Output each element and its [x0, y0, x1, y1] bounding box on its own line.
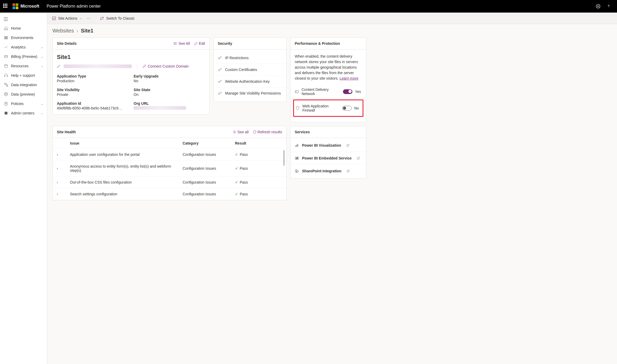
edit-button[interactable]: Edit	[194, 41, 205, 46]
security-item-ip-restrictions[interactable]: IP Restrictions	[214, 52, 286, 64]
resources-icon	[4, 64, 8, 68]
chevron-right-icon[interactable]: ›	[57, 180, 70, 184]
application-id-label: Application Id	[57, 101, 128, 106]
svg-rect-15	[6, 85, 8, 86]
svg-point-31	[219, 69, 220, 71]
see-all-button[interactable]: See All	[174, 41, 190, 46]
refresh-button[interactable]: Refresh results	[253, 130, 282, 134]
site-visibility-label: Site Visibility	[57, 88, 128, 92]
scrollbar[interactable]	[283, 150, 285, 166]
col-category: Category	[183, 141, 235, 145]
early-upgrade-label: Early Upgrade	[134, 74, 205, 78]
chevron-down-icon: ⌄	[41, 112, 43, 115]
chevron-right-icon[interactable]: ›	[57, 192, 70, 196]
svg-rect-41	[298, 144, 298, 147]
sidebar-item-help[interactable]: Help + support	[0, 71, 47, 80]
sidebar-item-admin-centers[interactable]: Admin centers⌄	[0, 108, 47, 118]
cdn-icon	[295, 90, 299, 94]
sidebar-toggle-icon[interactable]	[0, 15, 47, 24]
sidebar-item-policies[interactable]: Policies⌄	[0, 99, 47, 108]
sidebar-item-analytics[interactable]: Analytics⌄	[0, 42, 47, 52]
services-card: Services Power BI Visualization Power BI…	[290, 126, 366, 179]
service-item-sharepoint[interactable]: SharePoint Integration	[291, 165, 366, 177]
sidebar-item-resources[interactable]: Resources⌄	[0, 61, 47, 71]
chevron-down-icon: ⌄	[79, 16, 82, 20]
external-link-icon	[346, 144, 350, 147]
security-card: Security IP Restrictions Custom Certific…	[213, 37, 287, 102]
site-url-redacted	[64, 64, 132, 68]
switch-icon	[100, 16, 104, 20]
service-item-powerbi-embedded[interactable]: Power BI Embedded Service	[291, 152, 366, 165]
learn-more-link[interactable]: Learn more	[340, 76, 358, 80]
cdn-toggle[interactable]	[343, 89, 352, 94]
card-title: Site Details	[57, 41, 77, 46]
chevron-right-icon[interactable]: ›	[57, 166, 70, 170]
sidebar-item-label: Policies	[11, 102, 24, 106]
waf-toggle[interactable]	[342, 106, 352, 111]
service-item-powerbi-viz[interactable]: Power BI Visualization	[291, 139, 366, 152]
breadcrumb-root[interactable]: Websites	[52, 28, 74, 34]
table-row[interactable]: ›Out-of-the-box CSS files configurationC…	[53, 177, 286, 188]
svg-rect-43	[296, 158, 296, 159]
external-link-icon	[357, 157, 360, 160]
app-launcher-icon[interactable]	[3, 4, 8, 9]
breadcrumb-current: Site1	[81, 28, 94, 34]
chevron-right-icon[interactable]: ›	[57, 152, 70, 157]
chevron-down-icon: ⌄	[41, 102, 43, 106]
sidebar-item-label: Data integration	[11, 83, 37, 87]
sidebar-item-label: Environments	[11, 36, 34, 40]
microsoft-logo-icon	[13, 3, 18, 9]
svg-rect-40	[297, 145, 297, 147]
application-id-value: 49ef6f8b-6050-408b-be9c-54ab173c9…	[57, 106, 122, 110]
site-name: Site1	[57, 54, 205, 60]
site-actions-button[interactable]: Site Actions ⌄	[52, 16, 82, 20]
chevron-down-icon: ⌄	[41, 64, 43, 68]
sidebar: Home Environments Analytics⌄ Billing (Pr…	[0, 13, 47, 364]
more-actions-button[interactable]: ⋯	[86, 16, 90, 20]
help-icon[interactable]	[603, 0, 614, 13]
waf-toggle-row: Web Application Firewall No	[296, 101, 361, 115]
sidebar-item-label: Analytics	[11, 45, 26, 49]
security-item-visibility-permissions[interactable]: Manage Site Visibility Permissions	[214, 87, 286, 99]
switch-to-classic-button[interactable]: Switch To Classic	[100, 16, 135, 20]
security-item-auth-key[interactable]: Website Authentication Key	[214, 76, 286, 87]
sidebar-item-environments[interactable]: Environments	[0, 33, 47, 42]
svg-rect-12	[4, 76, 5, 77]
waf-state: No	[354, 106, 361, 110]
sidebar-item-home[interactable]: Home	[0, 24, 47, 33]
chevron-down-icon: ⌄	[41, 46, 43, 49]
site-visibility-value: Private	[57, 92, 128, 97]
svg-rect-6	[4, 36, 8, 37]
svg-rect-13	[7, 76, 8, 77]
app-title: Power Platform admin center	[47, 4, 101, 9]
svg-point-11	[5, 64, 8, 65]
col-issue: Issue	[70, 141, 183, 145]
org-url-label: Org URL	[134, 101, 205, 106]
svg-rect-14	[4, 83, 6, 85]
card-title: Site Health	[57, 130, 76, 134]
table-row[interactable]: ›Anonymous access to entity form(s), ent…	[53, 161, 286, 177]
svg-rect-9	[4, 56, 8, 58]
sidebar-item-billing[interactable]: Billing (Preview)⌄	[0, 52, 47, 61]
svg-point-33	[219, 93, 220, 94]
svg-point-0	[598, 6, 599, 7]
connect-custom-domain-button[interactable]: Connect Custom Domain	[143, 64, 189, 68]
table-row[interactable]: ›Application user configuration for the …	[53, 149, 286, 161]
data-preview-icon	[4, 92, 8, 96]
sidebar-item-data-integration[interactable]: Data integration	[0, 80, 47, 90]
card-title: Security	[218, 41, 232, 46]
key-icon	[218, 91, 222, 95]
sidebar-item-data-preview[interactable]: Data (preview)	[0, 90, 47, 99]
performance-protection-card: Performance & Protection When enabled, t…	[290, 37, 366, 122]
pencil-icon[interactable]	[57, 64, 61, 68]
breadcrumb: Websites › Site1	[47, 24, 617, 36]
external-link-icon	[347, 169, 350, 173]
see-all-button[interactable]: See all	[233, 130, 249, 134]
card-title: Performance & Protection	[295, 41, 340, 46]
application-type-label: Application Type	[57, 74, 128, 78]
security-item-custom-certificates[interactable]: Custom Certificates	[214, 64, 286, 76]
settings-icon[interactable]	[593, 0, 603, 13]
site-state-label: Site State	[134, 88, 205, 92]
admin-centers-icon	[4, 111, 8, 115]
table-row[interactable]: ›Search settings configurationConfigurat…	[53, 188, 286, 200]
